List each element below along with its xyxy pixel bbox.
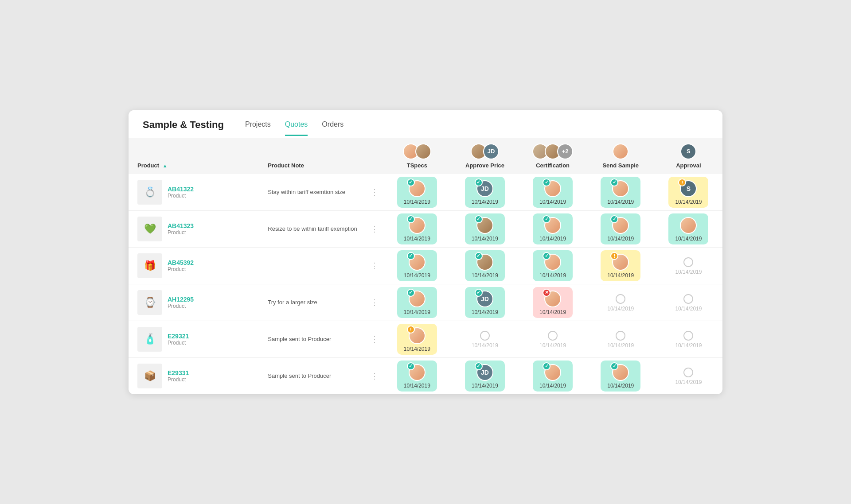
status-cell[interactable]: JD✓10/14/2019 (451, 357, 519, 394)
status-cell[interactable]: 10/14/2019 (655, 357, 722, 394)
product-image: ⌚ (137, 290, 162, 315)
status-cell[interactable]: !10/14/2019 (383, 321, 451, 357)
status-cell[interactable]: ✓10/14/2019 (383, 174, 451, 211)
tab-orders[interactable]: Orders (322, 120, 344, 136)
status-box-green: ✓10/14/2019 (533, 361, 573, 392)
product-type: Product (168, 340, 189, 346)
status-cell[interactable]: 10/14/2019 (655, 321, 722, 357)
status-cell[interactable]: ✓10/14/2019 (383, 247, 451, 284)
status-date: 10/14/2019 (675, 199, 702, 205)
product-note-cell: Sample sent to Producer (264, 321, 366, 357)
row-menu-dots[interactable]: ⋮ (366, 174, 383, 211)
status-date: 10/14/2019 (539, 383, 566, 389)
face-circle (680, 217, 697, 234)
status-date: 10/14/2019 (539, 199, 566, 205)
status-cell[interactable]: 10/14/2019 (519, 321, 587, 357)
table-row: 📦E29331ProductSample sent to Producer⋮✓1… (129, 357, 722, 394)
face-wrap: ! (612, 254, 629, 271)
product-code[interactable]: AH12295 (168, 296, 194, 303)
row-menu-dots[interactable]: ⋮ (366, 284, 383, 321)
status-cell[interactable]: 10/14/2019 (451, 321, 519, 357)
status-date: 10/14/2019 (404, 236, 430, 242)
status-cell[interactable]: 10/14/2019 (655, 210, 722, 247)
status-date: 10/14/2019 (607, 383, 634, 389)
status-date: 10/14/2019 (607, 199, 634, 205)
empty-circle (616, 294, 625, 304)
status-cell[interactable]: !10/14/2019 (587, 247, 655, 284)
empty-circle (683, 331, 693, 341)
check-badge: ✓ (610, 362, 618, 370)
status-date: 10/14/2019 (607, 306, 634, 312)
nav-tabs: Projects Quotes Orders (245, 120, 344, 136)
col-header-approve-price: JD Approve Price (451, 138, 519, 174)
col-header-product: Product ▲ (129, 138, 264, 174)
tab-projects[interactable]: Projects (245, 120, 271, 136)
check-badge: ✓ (543, 252, 550, 260)
status-cell[interactable]: ✓10/14/2019 (519, 357, 587, 394)
row-menu-dots[interactable]: ⋮ (366, 321, 383, 357)
warning-badge: ! (407, 326, 415, 333)
status-cell[interactable]: ✕10/14/2019 (519, 284, 587, 321)
product-code[interactable]: AB41322 (168, 186, 194, 193)
status-cell[interactable]: ✓10/14/2019 (519, 174, 587, 211)
status-cell[interactable]: ✓10/14/2019 (451, 247, 519, 284)
row-menu-dots[interactable]: ⋮ (366, 247, 383, 284)
face-wrap: ✓ (409, 217, 426, 234)
error-badge: ✕ (543, 289, 550, 297)
product-code[interactable]: E29331 (168, 369, 189, 376)
status-box-green: ✓10/14/2019 (397, 287, 437, 318)
table-body: 💍AB41322ProductStay within tariff exemti… (129, 174, 722, 394)
status-cell[interactable]: ✓10/14/2019 (519, 247, 587, 284)
product-image: 🧴 (137, 327, 162, 352)
tab-quotes[interactable]: Quotes (285, 120, 308, 136)
status-box-green: ✓10/14/2019 (397, 177, 437, 208)
status-box-red: ✕10/14/2019 (533, 287, 573, 318)
row-menu-dots[interactable]: ⋮ (366, 210, 383, 247)
status-date: 10/14/2019 (404, 309, 430, 315)
table-wrapper: Product ▲ Product Note (129, 138, 722, 394)
check-badge: ✓ (543, 178, 550, 186)
status-box-green: ✓10/14/2019 (533, 250, 573, 281)
status-cell[interactable]: ✓10/14/2019 (383, 357, 451, 394)
product-code[interactable]: AB45392 (168, 259, 194, 266)
table-row: ⌚AH12295ProductTry for a larger size⋮✓10… (129, 284, 722, 321)
face-wrap: JD✓ (476, 180, 493, 197)
status-cell[interactable]: S!10/14/2019 (655, 174, 722, 211)
send-avatar1 (613, 143, 628, 159)
status-cell[interactable]: 10/14/2019 (587, 284, 655, 321)
status-cell[interactable]: ✓10/14/2019 (519, 210, 587, 247)
status-cell[interactable]: ✓10/14/2019 (451, 210, 519, 247)
status-cell[interactable]: 10/14/2019 (655, 284, 722, 321)
check-badge: ✓ (475, 289, 483, 297)
status-cell[interactable]: JD✓10/14/2019 (451, 284, 519, 321)
check-badge: ✓ (407, 289, 415, 297)
product-image: 💚 (137, 217, 162, 241)
empty-circle (683, 368, 693, 377)
status-cell[interactable]: JD✓10/14/2019 (451, 174, 519, 211)
status-cell[interactable]: 10/14/2019 (587, 321, 655, 357)
face-wrap: ✓ (612, 180, 629, 197)
status-cell[interactable]: 10/14/2019 (655, 247, 722, 284)
check-badge: ✓ (475, 252, 483, 260)
empty-circle (616, 331, 625, 341)
col-header-note: Product Note (264, 138, 366, 174)
warning-badge: ! (610, 252, 618, 260)
status-cell[interactable]: ✓10/14/2019 (383, 210, 451, 247)
product-code[interactable]: AB41323 (168, 222, 194, 229)
status-cell[interactable]: ✓10/14/2019 (587, 357, 655, 394)
status-date: 10/14/2019 (472, 236, 498, 242)
status-cell[interactable]: ✓10/14/2019 (383, 284, 451, 321)
product-type: Product (168, 193, 194, 199)
app-header: Sample & Testing Projects Quotes Orders (129, 110, 722, 138)
face-wrap: ✓ (612, 217, 629, 234)
product-note-cell: Try for a larger size (264, 284, 366, 321)
main-table: Product ▲ Product Note (129, 138, 722, 394)
status-date: 10/14/2019 (404, 346, 430, 352)
row-menu-dots[interactable]: ⋮ (366, 357, 383, 394)
status-box-green: ✓10/14/2019 (533, 177, 573, 208)
col-header-approval: S Approval (655, 138, 722, 174)
status-cell[interactable]: ✓10/14/2019 (587, 210, 655, 247)
product-code[interactable]: E29321 (168, 333, 189, 340)
status-cell[interactable]: ✓10/14/2019 (587, 174, 655, 211)
status-box-empty: 10/14/2019 (668, 364, 708, 388)
